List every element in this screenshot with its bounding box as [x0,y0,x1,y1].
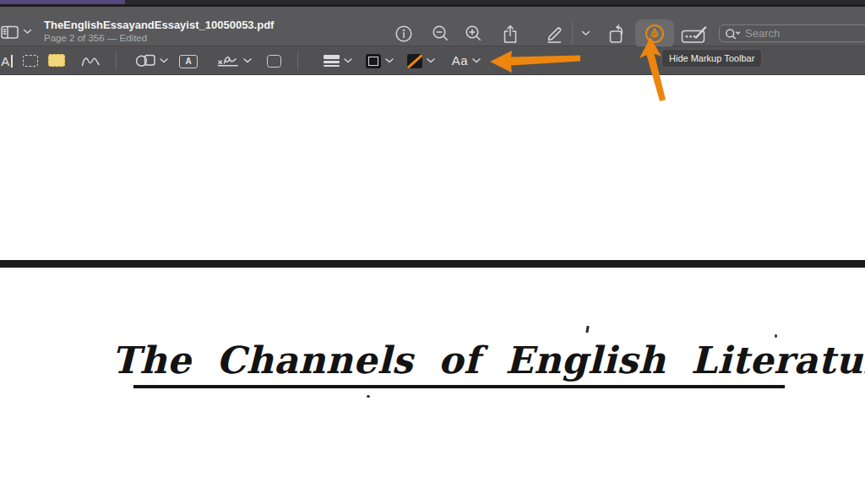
tooltip: Hide Markup Toolbar [661,49,762,68]
chevron-down-icon [581,30,590,36]
info-button[interactable] [394,24,414,44]
markup-pen-menu-button[interactable] [579,29,591,37]
scan-speck [367,395,370,398]
fill-and-sign-button[interactable] [678,24,710,45]
fill-color-swatch [407,54,422,68]
zoom-out-icon [432,24,450,43]
line-thickness-icon [324,55,340,66]
search-input[interactable] [745,27,865,40]
titlebar: TheEnglishEssayandEssayist_10050053.pdf … [0,7,865,46]
shapes-tool[interactable] [134,52,168,68]
search-field[interactable] [719,24,865,42]
window-title: TheEnglishEssayandEssayist_10050053.pdf [44,19,274,31]
chevron-down-icon [344,58,352,63]
text-style-tool[interactable]: Aa [447,51,486,69]
annotation-arrow-left [483,47,586,76]
sketch-icon [81,55,101,67]
border-color-tool[interactable] [362,53,396,68]
markup-pen-button[interactable] [543,23,565,45]
sidebar-toggle-button[interactable] [1,24,19,40]
preview-window: TheEnglishEssayandEssayist_10050053.pdf … [0,0,865,504]
text-selection-icon: A [1,55,13,68]
signature-tool[interactable] [215,52,253,68]
chevron-down-icon [385,58,394,63]
toolbar-separator [116,51,117,70]
shape-style-tool[interactable] [320,53,356,68]
sketch-tool[interactable] [80,54,101,68]
chevron-down-icon [243,58,252,63]
share-button[interactable] [500,23,520,45]
text-style-label: Aa [452,53,468,68]
rotate-left-button[interactable] [607,23,628,45]
redact-tool[interactable] [47,53,66,68]
shapes-icon [135,53,156,68]
signature-icon [216,53,240,68]
desktop-strip [0,0,865,7]
scan-speck [585,326,589,333]
rectangular-selection-icon [23,55,38,67]
scan-speck [775,334,777,338]
text-box-icon: A [179,55,198,68]
markup-pen-icon [545,24,564,44]
redact-icon [48,54,65,67]
window-subtitle: Page 2 of 356 — Edited [44,33,147,43]
zoom-in-button[interactable] [464,24,484,44]
text-selection-tool[interactable]: A [0,53,16,68]
text-box-tool[interactable]: A [178,54,199,68]
chevron-down-icon [160,58,168,63]
document-heading-underline [133,385,785,388]
search-icon [725,28,741,40]
rectangular-selection-tool[interactable] [22,54,39,68]
page-scan-edge [0,260,865,268]
toolbar-separator [572,22,573,44]
chevron-down-icon [427,58,435,63]
sidebar-icon [1,25,19,40]
fill-color-tool[interactable] [404,53,438,68]
sidebar-menu-button[interactable] [22,28,33,35]
share-icon [502,24,519,44]
document-heading: The Channels of English Literature [112,339,787,382]
chevron-down-icon [23,29,32,35]
rotate-left-icon [608,24,627,44]
info-icon [394,24,413,43]
annotation-arrow-up [636,34,675,105]
zoom-out-button[interactable] [431,24,451,44]
border-color-swatch [366,54,381,68]
chevron-down-icon [472,58,481,63]
toolbar-separator [297,51,298,70]
note-icon [267,55,281,68]
note-tool[interactable] [265,54,282,68]
fill-and-sign-icon [681,24,709,44]
zoom-in-icon [465,24,483,43]
